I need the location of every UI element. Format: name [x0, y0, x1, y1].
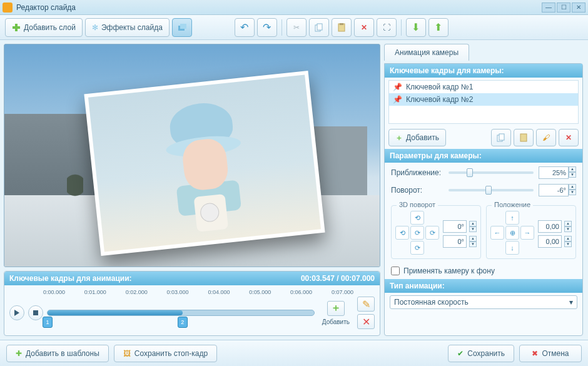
timeline-progress [48, 310, 183, 315]
svg-rect-11 [499, 134, 504, 140]
rot3d-left-button[interactable]: ⟲ [395, 226, 409, 240]
rot3d-y-up[interactable]: ▲ [469, 236, 477, 241]
timeline-edit-keyframe-button[interactable]: ✎ [357, 297, 375, 312]
pos-x-up[interactable]: ▲ [564, 221, 572, 226]
timeline-timecode: 00:03.547 / 00:07.000 [301, 274, 375, 283]
paste-icon [337, 23, 346, 32]
rot3d-up-button[interactable]: ⟲ [410, 211, 424, 225]
minimize-button[interactable]: — [542, 3, 555, 13]
add-to-templates-button[interactable]: ✚ Добавить в шаблоны [6, 345, 109, 362]
save-stopframe-button[interactable]: 🖼 Сохранить стоп-кадр [114, 345, 217, 362]
add-layer-button[interactable]: Добавить слой [5, 18, 83, 37]
rotation-value[interactable]: -6° [539, 184, 569, 196]
timeline-delete-keyframe-button[interactable]: ✕ [357, 314, 375, 329]
timeline-track[interactable]: 1 2 [47, 310, 315, 316]
pos-down-button[interactable]: ↓ [505, 241, 519, 255]
layers-icon [177, 23, 187, 33]
save-button[interactable]: ✔ Сохранить [448, 345, 514, 362]
delete-button[interactable]: ✕ [354, 18, 374, 37]
rot3d-x-down[interactable]: ▼ [469, 226, 477, 232]
template-icon: ✚ [16, 349, 22, 358]
save-frame-icon: 🖼 [123, 349, 131, 358]
keyframe-item[interactable]: 📌 Ключевой кадр №1 [389, 81, 578, 93]
rotation-spin-up[interactable]: ▲ [569, 184, 576, 190]
undo-icon: ↶ [240, 21, 248, 33]
rotation-label: Поворот: [391, 186, 444, 195]
app-icon [3, 3, 13, 13]
play-button[interactable] [9, 305, 24, 320]
save-label: Сохранить [467, 349, 505, 358]
rot3d-reset-button[interactable]: ⟳ [410, 226, 424, 240]
pos-y-up[interactable]: ▲ [564, 236, 572, 241]
delete-icon: ✕ [362, 316, 370, 328]
preview-photo-layer[interactable] [84, 71, 325, 256]
keyframe-paste-button[interactable] [514, 129, 534, 146]
pin-icon: 📌 [393, 95, 402, 104]
rot3d-y-down[interactable]: ▼ [469, 241, 477, 247]
svg-rect-1 [13, 26, 20, 29]
keyframe-delete-button[interactable]: ✕ [559, 129, 579, 146]
rotation-spin-down[interactable]: ▼ [569, 190, 576, 195]
timeline-add-keyframe-button[interactable]: ＋ [327, 301, 345, 316]
apply-camera-bg-checkbox[interactable] [391, 267, 400, 275]
rot3d-x-up[interactable]: ▲ [469, 221, 477, 226]
slide-preview[interactable] [4, 44, 380, 267]
layer-up-button[interactable]: ⬆ [428, 18, 449, 37]
zoom-label: Приближение: [391, 168, 444, 177]
fit-button[interactable]: ⛶ [377, 18, 397, 37]
tab-camera-animation[interactable]: Анимация камеры [384, 44, 469, 61]
anim-type-select[interactable]: Постоянная скорость ▾ [390, 295, 577, 309]
pos-left-button[interactable]: ← [490, 226, 504, 240]
cancel-button[interactable]: ✖ Отмена [519, 345, 582, 362]
copy-icon [497, 133, 505, 142]
window-title: Редактор слайда [16, 3, 542, 12]
zoom-value[interactable]: 25% [539, 166, 569, 179]
close-button[interactable]: ✕ [572, 3, 585, 13]
paste-button[interactable] [332, 18, 352, 37]
pos-center-button[interactable]: ⊕ [505, 226, 519, 240]
layer-down-button[interactable]: ⬇ [406, 18, 426, 37]
keyframe-marker-1[interactable]: 1 [43, 317, 53, 328]
svg-rect-3 [180, 24, 186, 29]
keyframe-add-button[interactable]: ＋ Добавить [388, 129, 446, 146]
zoom-spin-up[interactable]: ▲ [569, 166, 576, 172]
maximize-button[interactable]: ☐ [557, 3, 570, 13]
zoom-spin-down[interactable]: ▼ [569, 172, 576, 178]
delete-icon: ✕ [565, 133, 572, 142]
redo-button[interactable]: ↷ [257, 18, 277, 37]
stop-button[interactable] [28, 305, 43, 320]
slide-effects-button[interactable]: ✻ Эффекты слайда [85, 18, 170, 37]
redo-icon: ↷ [263, 21, 271, 33]
cut-button[interactable]: ✂ [286, 18, 307, 37]
pos-right-button[interactable]: → [520, 226, 534, 240]
rot3d-right-button[interactable]: ⟳ [425, 226, 439, 240]
pos-up-button[interactable]: ↑ [505, 211, 519, 225]
pos-x-value[interactable]: 0,00 [538, 220, 562, 233]
timeline-ruler: 0:00.0000:01.0000:02.0000:03.0000:04.000… [43, 289, 353, 295]
expand-icon: ⛶ [383, 23, 390, 32]
svg-marker-8 [14, 310, 19, 316]
copy-button[interactable] [309, 18, 329, 37]
pos-x-down[interactable]: ▼ [564, 226, 572, 232]
keyframes-heading: Ключевые кадры для камеры: [385, 64, 582, 78]
pos-y-down[interactable]: ▼ [564, 241, 572, 247]
keyframe-marker-2[interactable]: 2 [178, 317, 188, 328]
delete-icon: ✕ [361, 23, 367, 32]
rot3d-x-value[interactable]: 0° [443, 220, 467, 233]
rot3d-down-button[interactable]: ⟳ [410, 241, 424, 255]
rotation-slider[interactable] [449, 189, 534, 191]
preview-photo-content [88, 74, 321, 252]
anim-type-heading: Тип анимации: [385, 279, 582, 293]
zoom-slider[interactable] [449, 171, 534, 174]
keyframe-list[interactable]: 📌 Ключевой кадр №1 📌 Ключевой кадр №2 [388, 80, 579, 124]
keyframe-item[interactable]: 📌 Ключевой кадр №2 [389, 93, 578, 106]
add-to-templates-label: Добавить в шаблоны [26, 349, 99, 358]
keyframe-copy-button[interactable] [491, 129, 511, 146]
plus-icon [12, 23, 21, 32]
slide-styles-button[interactable] [172, 18, 192, 37]
camera-params-heading: Параметры для камеры: [385, 149, 582, 163]
keyframe-clear-button[interactable]: 🖌 [536, 129, 556, 146]
pos-y-value[interactable]: 0,00 [538, 235, 562, 248]
rot3d-y-value[interactable]: 0° [443, 235, 467, 248]
undo-button[interactable]: ↶ [235, 18, 255, 37]
